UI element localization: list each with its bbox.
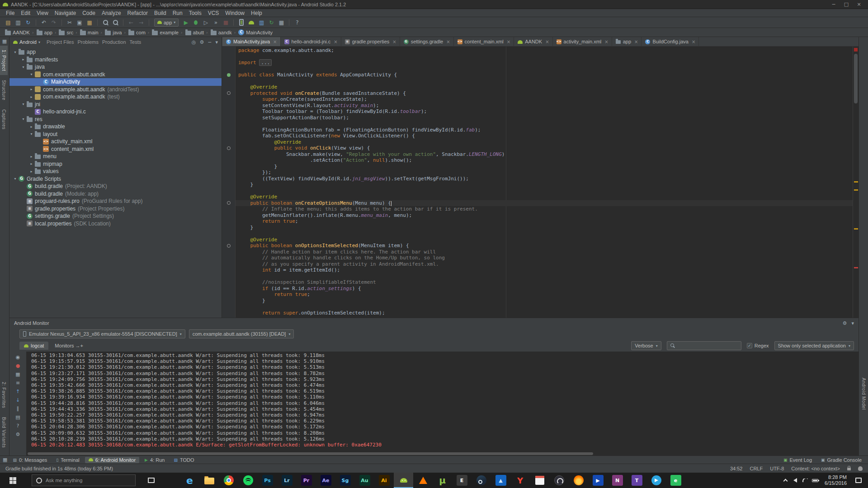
torch-browser-icon[interactable] xyxy=(569,473,588,488)
battery-icon[interactable] xyxy=(810,473,820,488)
hidden-icons-chevron-icon[interactable] xyxy=(780,473,790,488)
tree-item-mainactivity[interactable]: MainActivity xyxy=(9,78,222,86)
tree-item-menu[interactable]: ▸menu xyxy=(9,153,222,160)
error-mark[interactable] xyxy=(854,267,858,268)
override-marker-icon[interactable] xyxy=(227,201,231,205)
run-with-coverage-icon[interactable]: ▷ xyxy=(201,19,210,27)
obs-icon[interactable] xyxy=(549,473,569,488)
menu-view[interactable]: View xyxy=(33,10,52,16)
tree-item-java[interactable]: ▾java xyxy=(9,63,222,71)
run-icon[interactable]: ▶ xyxy=(181,19,190,27)
menu-help[interactable]: Help xyxy=(248,10,265,16)
chrome-icon[interactable] xyxy=(219,473,238,488)
expand-arrow-icon[interactable]: ▸ xyxy=(20,57,26,61)
device-selector[interactable]: Emulator Nexus_5_API_23_x86 emulator-555… xyxy=(19,329,185,338)
tree-item-gradle-properties-project-properties[interactable]: gradle.properties(Project Properties) xyxy=(9,205,222,213)
copy-icon[interactable]: ▣ xyxy=(75,19,84,27)
tree-item-gradle-scripts[interactable]: ▾Gradle Scripts xyxy=(9,175,222,183)
tree-item-proguard-rules-pro-proguard-rules-for-app[interactable]: proguard-rules.pro(ProGuard Rules for ap… xyxy=(9,197,222,205)
editor-tab-settings-gradle[interactable]: settings.gradle× xyxy=(400,37,454,46)
tree-item-com-example-abutt-aandk-androidtest[interactable]: ▸com.example.abutt.aandk(androidTest) xyxy=(9,86,222,94)
tree-item-manifests[interactable]: ▸manifests xyxy=(9,56,222,64)
volume-icon[interactable] xyxy=(790,473,800,488)
debug-icon[interactable] xyxy=(191,19,200,27)
screenshot-icon[interactable]: ◉ xyxy=(14,353,23,361)
hide-panel-icon[interactable]: ▾ xyxy=(215,39,218,45)
expand-arrow-icon[interactable]: ▸ xyxy=(28,169,34,174)
menu-window[interactable]: Window xyxy=(222,10,248,16)
onenote-icon[interactable]: N xyxy=(608,473,627,488)
menu-tools[interactable]: Tools xyxy=(186,10,205,16)
collapse-arrow-icon[interactable]: ▾ xyxy=(20,117,26,121)
editor-tab-gradle-properties[interactable]: gradle.properties× xyxy=(341,37,400,46)
tool-button-captures[interactable]: Captures xyxy=(0,105,8,134)
logcat-search-input[interactable] xyxy=(667,341,741,350)
expand-arrow-icon[interactable]: ▸ xyxy=(28,87,34,91)
close-tab-icon[interactable]: × xyxy=(334,39,337,44)
settings-icon[interactable]: ⚙ xyxy=(14,431,23,438)
paste-icon[interactable]: ▦ xyxy=(85,19,94,27)
settings-icon[interactable]: ⚙ xyxy=(843,320,847,326)
breadcrumb-app[interactable]: app xyxy=(35,30,53,35)
tool-windows-icon[interactable]: ▦ xyxy=(3,455,7,464)
expand-arrow-icon[interactable]: ▸ xyxy=(28,155,34,159)
hide-panel-icon[interactable]: ▾ xyxy=(851,320,854,326)
scrollbar-thumb[interactable] xyxy=(28,452,593,455)
menu-build[interactable]: Build xyxy=(151,10,170,16)
close-tab-icon[interactable]: × xyxy=(446,39,450,44)
edge-icon[interactable]: e xyxy=(180,473,199,488)
screen-record-icon[interactable]: ● xyxy=(14,362,23,369)
collapse-arrow-icon[interactable]: ▾ xyxy=(12,177,18,181)
editor-tab-content-main-xml[interactable]: content_main.xml× xyxy=(454,37,514,46)
tree-item-mipmap[interactable]: ▸mipmap xyxy=(9,160,222,168)
editor-tab-activity-main-xml[interactable]: activity_main.xml× xyxy=(553,37,612,46)
close-tab-icon[interactable]: × xyxy=(507,39,510,44)
illustrator-icon[interactable]: Ai xyxy=(374,473,394,488)
start-button[interactable] xyxy=(0,473,25,488)
warning-mark[interactable] xyxy=(854,181,858,183)
log-filter-selector[interactable]: Show only selected application ▾ xyxy=(774,341,854,350)
project-view-selector[interactable]: Android ▾ xyxy=(13,39,40,45)
close-button[interactable]: × xyxy=(853,1,865,7)
expand-arrow-icon[interactable]: ▸ xyxy=(28,95,34,99)
twitch-icon[interactable]: T xyxy=(627,473,646,488)
tree-item-res[interactable]: ▾res xyxy=(9,116,222,123)
menu-code[interactable]: Code xyxy=(79,10,99,16)
tool-windows-icon[interactable]: ▦ xyxy=(2,37,7,46)
menu-file[interactable]: File xyxy=(3,10,18,16)
action-center-button[interactable] xyxy=(851,478,866,483)
toolwindow-6-android-monitor[interactable]: 6: Android Monitor xyxy=(85,457,139,463)
breadcrumb-java[interactable]: java xyxy=(104,30,123,35)
close-tab-icon[interactable]: × xyxy=(692,39,695,44)
toolwindow-event-log[interactable]: ▣Event Log xyxy=(780,457,816,463)
collapse-arrow-icon[interactable]: ▾ xyxy=(28,132,34,136)
locate-icon[interactable]: ◎ xyxy=(192,39,196,45)
menu-navigate[interactable]: Navigate xyxy=(52,10,79,16)
tree-item-local-properties-sdk-location[interactable]: local.properties(SDK Location) xyxy=(9,220,222,228)
save-all-icon[interactable]: ▥ xyxy=(14,19,23,27)
close-tab-icon[interactable]: × xyxy=(634,39,638,44)
open-icon[interactable]: ▤ xyxy=(4,19,13,27)
breadcrumb-main[interactable]: main xyxy=(79,30,99,35)
scrollbar-thumb[interactable] xyxy=(854,54,858,103)
cut-icon[interactable]: ✂ xyxy=(65,19,74,27)
horizontal-scrollbar[interactable] xyxy=(27,452,859,455)
editor-tab-mainactivity-java[interactable]: MainActivity.java× xyxy=(222,37,281,46)
file-encoding[interactable]: UTF-8 xyxy=(770,466,784,471)
project-scope-tests[interactable]: Tests xyxy=(128,39,143,45)
layout-inspector-icon[interactable]: ▦ xyxy=(14,371,23,378)
help-icon[interactable]: ? xyxy=(14,422,23,429)
lock-icon[interactable] xyxy=(847,468,851,470)
collapse-arrow-icon[interactable]: ▾ xyxy=(20,102,26,106)
run-config-combo[interactable]: app▾ xyxy=(154,19,179,27)
tree-item-layout[interactable]: ▾layout xyxy=(9,131,222,138)
device-monitor-icon[interactable]: ▥ xyxy=(257,19,266,27)
warning-mark[interactable] xyxy=(854,228,858,230)
tool-button-2-favorites[interactable]: 2: Favorites xyxy=(0,378,8,412)
collapse-all-icon[interactable]: − xyxy=(208,39,212,45)
project-scope-production[interactable]: Production xyxy=(100,39,128,45)
editor-gutter[interactable] xyxy=(222,47,236,318)
tree-item-jni[interactable]: ▾jni xyxy=(9,101,222,108)
override-marker-icon[interactable] xyxy=(227,91,231,95)
epic-games-icon[interactable]: E xyxy=(452,473,472,488)
